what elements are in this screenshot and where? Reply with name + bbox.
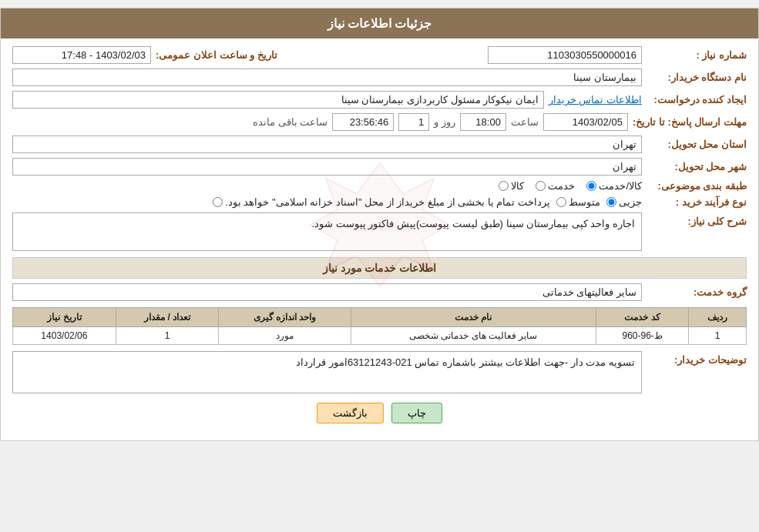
- col-quantity: تعداد / مقدار: [116, 308, 219, 327]
- col-name: نام خدمت: [351, 308, 596, 327]
- response-day-label: روز و: [434, 116, 455, 128]
- creator-label: ایجاد کننده درخواست:: [646, 94, 747, 105]
- category-kala-khedmat-radio[interactable]: [586, 181, 596, 191]
- purchase-jozvi-item: جزیی: [606, 196, 642, 208]
- response-deadline-row: مهلت ارسال پاسخ: تا تاریخ: 1403/02/05 سا…: [12, 113, 747, 131]
- remaining-time: 23:56:46: [332, 113, 394, 131]
- services-section-title: اطلاعات خدمات مورد نیاز: [12, 257, 747, 279]
- category-kala-khedmat-item: کالا/خدمت: [586, 180, 642, 192]
- col-code: کد خدمت: [596, 308, 688, 327]
- response-days: 1: [398, 113, 429, 131]
- purchase-motavasset-radio[interactable]: [556, 197, 566, 207]
- purchase-jozvi-label: جزیی: [619, 196, 642, 208]
- response-time: 18:00: [460, 113, 506, 131]
- page-wrapper: AltaTender جزئیات اطلاعات نیاز شماره نیا…: [0, 8, 759, 441]
- response-date: 1403/02/05: [543, 113, 628, 131]
- purchase-type-row: نوع فرآیند خرید : جزیی متوسط پرداخت تمام…: [12, 196, 747, 208]
- cell-name: سایر فعالیت های خدماتی شخصی: [351, 327, 596, 345]
- category-kala-khedmat-label: کالا/خدمت: [599, 180, 642, 192]
- description-label: شرح کلی نیاز:: [646, 212, 747, 227]
- city-row: شهر محل تحویل: تهران: [12, 158, 747, 176]
- services-table: ردیف کد خدمت نام خدمت واحد اندازه گیری ت…: [12, 307, 747, 345]
- need-number-label: شماره نیاز :: [646, 49, 747, 61]
- date-label: تاریخ و ساعت اعلان عمومی:: [156, 49, 277, 61]
- creator-link[interactable]: اطلاعات تماس خریدار: [549, 94, 642, 105]
- purchase-motavasset-label: متوسط: [569, 196, 600, 208]
- category-kala-radio[interactable]: [499, 181, 509, 191]
- back-button[interactable]: بازگشت: [317, 403, 384, 423]
- cell-unit: مورد: [219, 327, 351, 345]
- col-date: تاریخ نیاز: [13, 308, 116, 327]
- services-table-body: 1 ط-96-960 سایر فعالیت های خدماتی شخصی م…: [13, 327, 747, 345]
- button-row: چاپ بازگشت: [12, 403, 747, 423]
- purchase-jozvi-radio[interactable]: [606, 197, 616, 207]
- category-khedmat-item: خدمت: [536, 180, 575, 192]
- cell-quantity: 1: [116, 327, 219, 345]
- page-title: جزئیات اطلاعات نیاز: [1, 8, 758, 38]
- creator-row: ایجاد کننده درخواست: اطلاعات تماس خریدار…: [12, 91, 747, 109]
- print-button[interactable]: چاپ: [391, 403, 442, 423]
- category-kala-label: کالا: [511, 180, 524, 192]
- buyer-notes-value: تسویه مدت دار -جهت اطلاعات بیشتر باشماره…: [12, 351, 642, 393]
- category-khedmat-label: خدمت: [548, 180, 575, 192]
- purchase-tamam-label: پرداخت تمام یا بخشی از مبلغ خریداز از مح…: [225, 196, 550, 208]
- buyer-name-value: بیمارستان سینا: [12, 69, 642, 86]
- buyer-notes-label: توضیحات خریدار:: [646, 351, 747, 366]
- cell-date: 1403/02/06: [13, 327, 116, 345]
- buyer-name-label: نام دستگاه خریدار:: [646, 72, 747, 83]
- category-khedmat-radio[interactable]: [536, 181, 546, 191]
- purchase-type-label: نوع فرآیند خرید :: [646, 196, 747, 208]
- col-unit: واحد اندازه گیری: [219, 308, 351, 327]
- purchase-type-options: جزیی متوسط پرداخت تمام یا بخشی از مبلغ خ…: [213, 196, 642, 208]
- group-service-row: گروه خدمت: سایر فعالیتهای خدماتی: [12, 283, 747, 301]
- cell-row: 1: [689, 327, 747, 345]
- buyer-notes-row: توضیحات خریدار: تسویه مدت دار -جهت اطلاع…: [12, 351, 747, 393]
- buyer-name-row: نام دستگاه خریدار: بیمارستان سینا: [12, 69, 747, 86]
- header-title-text: جزئیات اطلاعات نیاز: [327, 17, 432, 30]
- purchase-motavasset-item: متوسط: [556, 196, 600, 208]
- category-label: طبقه بندی موضوعی:: [646, 180, 747, 192]
- table-header: ردیف کد خدمت نام خدمت واحد اندازه گیری ت…: [13, 308, 747, 327]
- response-deadline-label: مهلت ارسال پاسخ: تا تاریخ:: [633, 116, 747, 128]
- province-label: استان محل تحویل:: [646, 139, 747, 150]
- date-value: 1403/02/03 - 17:48: [12, 46, 151, 64]
- city-label: شهر محل تحویل:: [646, 161, 747, 172]
- response-time-label: ساعت: [511, 116, 539, 128]
- remaining-label: ساعت باقی مانده: [253, 116, 327, 128]
- services-table-section: ردیف کد خدمت نام خدمت واحد اندازه گیری ت…: [12, 307, 747, 345]
- category-row: طبقه بندی موضوعی: کالا خدمت کالا/خدمت: [12, 180, 747, 192]
- cell-code: ط-96-960: [596, 327, 688, 345]
- description-row: شرح کلی نیاز: اجاره واحد کپی بیمارستان س…: [12, 212, 747, 251]
- description-value: اجاره واحد کپی بیمارستان سینا (طبق لیست …: [12, 212, 642, 251]
- city-value: تهران: [12, 158, 642, 176]
- purchase-tamam-item: پرداخت تمام یا بخشی از مبلغ خریداز از مح…: [213, 196, 550, 208]
- province-row: استان محل تحویل: تهران: [12, 136, 747, 153]
- purchase-tamam-radio[interactable]: [213, 197, 223, 207]
- table-row: 1 ط-96-960 سایر فعالیت های خدماتی شخصی م…: [13, 327, 747, 345]
- creator-value: ایمان نیکوکار مسئول کاربردازی بیمارستان …: [12, 91, 544, 109]
- need-number-row: شماره نیاز : 1103030550000016 تاریخ و سا…: [12, 46, 747, 64]
- group-service-value: سایر فعالیتهای خدماتی: [12, 283, 642, 301]
- province-value: تهران: [12, 136, 642, 153]
- category-kala-item: کالا: [499, 180, 524, 192]
- main-content: شماره نیاز : 1103030550000016 تاریخ و سا…: [1, 38, 758, 440]
- category-radio-group: کالا خدمت کالا/خدمت: [499, 180, 642, 192]
- group-service-label: گروه خدمت:: [646, 286, 747, 298]
- col-row: ردیف: [689, 308, 747, 327]
- need-number-value: 1103030550000016: [488, 46, 642, 64]
